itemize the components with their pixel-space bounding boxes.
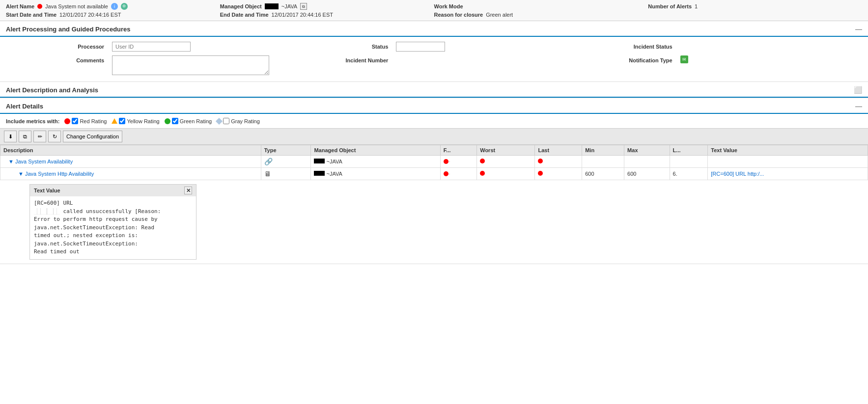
col-type: Type [261,145,311,156]
row1-text-value [708,156,868,168]
managed-object-value: ~JAVA [281,3,297,9]
notification-type-icon-wrapper: ✉ [680,55,858,63]
work-mode-label: Work Mode [434,3,463,9]
row1-mo-swatch [314,159,325,163]
filter-bar: Include metrics with: Red Rating Yellow … [0,114,868,128]
processor-input-wrapper [112,42,290,52]
processing-section: Alert Processing and Guided Procedures —… [0,21,868,82]
row2-link[interactable]: Java System Http Availability [25,171,94,177]
text-value-popup: Text Value ✕ [RC=600] URL ████████ calle… [29,184,196,260]
toolbar-btn-download[interactable]: ⬇ [4,131,17,142]
table-header-row: Description Type Managed Object F... Wor… [0,145,868,156]
status-label: Status [294,42,392,50]
table-row: ▼ Java System Availability 🔗 ~JAVA · [0,156,868,168]
row2-mo-value: ~JAVA [327,171,342,177]
details-collapse-btn[interactable]: — [855,102,862,110]
empty-row [648,12,862,18]
table-row: ▼ Java System Http Availability 🖥 ~JAVA … [0,168,868,180]
col-max: Max [624,145,670,156]
tv-line4: java.net.SocketTimeoutException: Read [34,224,154,231]
row1-f: · [440,156,476,168]
notification-type-icon: ✉ [680,55,688,63]
row2-text-value: [RC=600] URL http:/... [708,168,868,180]
end-date-row: End Date and Time 12/01/2017 20:44:16 ES… [220,12,434,18]
managed-object-row: Managed Object ~JAVA ⧉ [220,3,434,10]
yellow-rating-filter: Yellow Rating [112,118,159,124]
row1-last [535,156,582,168]
description-section-header: Alert Description and Analysis ⬜ [0,82,868,98]
row2-f: · [440,168,476,180]
green-rating-checkbox[interactable] [172,118,178,124]
red-rating-checkbox[interactable] [72,118,78,124]
row2-last [535,168,582,180]
row2-f-dot [444,171,448,176]
processor-input[interactable] [112,42,191,52]
incident-number-label: Incident Number [294,55,392,63]
managed-object-color-swatch [265,3,279,9]
description-collapse-btn[interactable]: ⬜ [854,86,862,94]
comments-textarea[interactable] [112,55,269,75]
text-value-content: [RC=600] URL ████████ called unsuccessfu… [30,196,196,259]
toolbar-btn-edit[interactable]: ✏ [33,131,46,142]
details-section-header: Alert Details — [0,98,868,114]
row1-type: 🔗 [261,156,311,168]
toolbar-btn-copy[interactable]: ⧉ [19,131,31,142]
alert-info-icon[interactable]: i [111,3,118,10]
row2-last-dot [538,171,543,176]
row1-description: ▼ Java System Availability [0,156,261,168]
status-input[interactable]: Open [396,42,445,52]
row1-f-dot2: · [449,159,450,164]
red-rating-label: Red Rating [80,118,107,124]
row2-type: 🖥 [261,168,311,180]
col-min: Min [582,145,624,156]
details-toolbar: ⬇ ⧉ ✏ ↻ Change Configuration [0,128,868,145]
row1-min [582,156,624,168]
row2-expand[interactable]: ▼ [18,171,24,177]
tv-line2: called unsuccessfully [Reason: [63,208,161,215]
text-value-close-btn[interactable]: ✕ [184,187,192,194]
gray-rating-label: Gray Rating [231,118,260,124]
details-table-container: Description Type Managed Object F... Wor… [0,145,868,180]
row2-max: 600 [624,168,670,180]
col-description: Description [0,145,261,156]
col-f: F... [440,145,476,156]
processing-collapse-btn[interactable]: — [855,25,862,33]
gray-rating-filter: Gray Rating [217,118,260,124]
reason-value: Green alert [486,12,513,18]
col-managed-object: Managed Object [311,145,440,156]
row1-l [670,156,708,168]
row1-last-dot [538,159,543,163]
reason-label: Reason for closure [434,12,483,18]
toolbar-btn-refresh[interactable]: ↻ [48,131,61,142]
row2-worst-dot [480,171,485,176]
row1-mo-value: ~JAVA [327,159,342,164]
managed-object-label: Managed Object [220,3,262,9]
row2-text-value-link[interactable]: [RC=600] URL http:/... [711,171,764,177]
row1-worst [477,156,535,168]
red-rating-filter: Red Rating [64,118,107,124]
row1-f-dot [444,159,448,164]
incident-status-label: Incident Status [578,42,676,50]
text-value-title: Text Value [34,188,60,193]
managed-object-copy-icon[interactable]: ⧉ [300,3,307,10]
details-table: Description Type Managed Object F... Wor… [0,145,868,180]
yellow-rating-checkbox[interactable] [119,118,125,124]
change-config-button[interactable]: Change Configuration [63,131,122,142]
yellow-rating-label: Yellow Rating [127,118,159,124]
row1-expand[interactable]: ▼ [8,159,14,164]
green-rating-icon [165,118,170,124]
processor-label: Processor [10,42,108,50]
tv-line6: java.net.SocketTimeoutException: [34,241,138,247]
start-date-label: Start Date and Time [6,12,56,18]
alert-config-icon[interactable]: ⚙ [121,3,128,10]
gray-rating-checkbox[interactable] [223,118,229,124]
row1-link[interactable]: Java System Availability [15,159,73,164]
row1-max [624,156,670,168]
green-rating-label: Green Rating [180,118,212,124]
comments-label: Comments [10,55,108,63]
gray-rating-icon [216,117,223,124]
alert-name-row: Alert Name Java System not available i ⚙ [6,3,220,10]
tv-line3: Error to perform http request cause by [34,216,158,222]
col-worst: Worst [477,145,535,156]
start-date-row: Start Date and Time 12/01/2017 20:44:16 … [6,12,220,18]
